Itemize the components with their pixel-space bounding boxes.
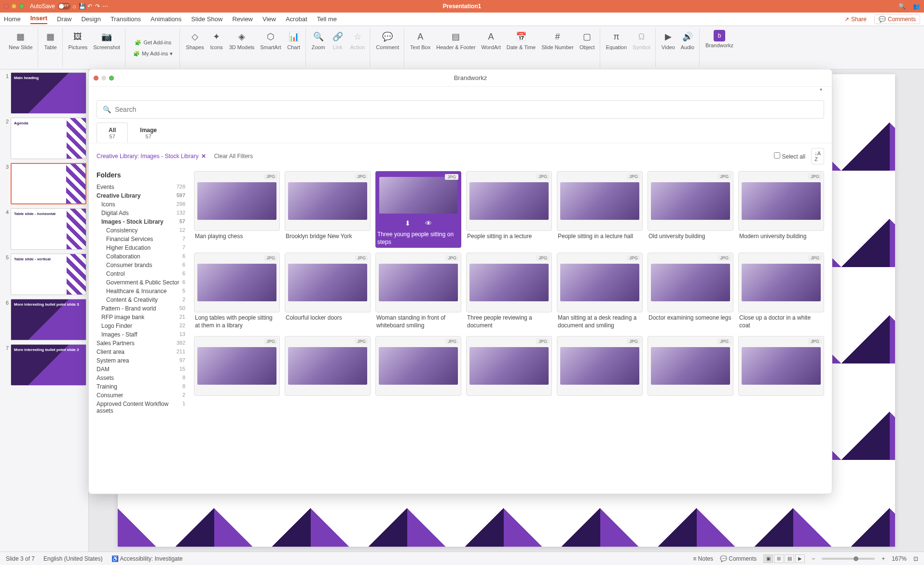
wordart-button[interactable]: AWordArt (482, 30, 501, 50)
tab-draw[interactable]: Draw (57, 15, 71, 23)
download-icon[interactable]: ⬇ (405, 219, 411, 227)
folder-item[interactable]: Logo Finder22 (97, 322, 185, 330)
folder-item[interactable]: Images - Stock Library57 (97, 217, 185, 226)
slide-thumbnail[interactable]: 1Main heading (2, 72, 86, 114)
zoom-button[interactable]: 🔍Zoom (312, 30, 325, 50)
datetime-button[interactable]: 📅Date & Time (507, 30, 536, 50)
folder-item[interactable]: Control6 (97, 269, 185, 278)
tab-tell-me[interactable]: Tell me (317, 15, 337, 23)
close-window-icon[interactable] (4, 4, 9, 9)
folder-item[interactable]: Healthcare & Insurance5 (97, 287, 185, 296)
header-footer-button[interactable]: ▤Header & Footer (436, 30, 475, 50)
image-card[interactable]: JPGBrooklyn bridge New York (285, 171, 371, 248)
chip-remove-icon[interactable]: ✕ (201, 153, 206, 160)
normal-view-button[interactable]: ▣ (763, 554, 773, 563)
slide-thumbnail[interactable]: 2Agenda (2, 118, 86, 159)
comments-button[interactable]: 💬 Comments (874, 14, 920, 24)
folder-item[interactable]: Consumer2 (97, 391, 185, 400)
share-menu-icon[interactable]: 👥 (912, 3, 920, 10)
new-slide-button[interactable]: ▦New Slide (9, 30, 33, 50)
preview-icon[interactable]: 👁 (425, 219, 432, 227)
3d-models-button[interactable]: ◈3D Models (229, 30, 255, 50)
slide-thumbnail[interactable]: 5Table slide - vertical (2, 254, 86, 295)
image-card[interactable]: JPGColourful locker doors (285, 253, 371, 331)
equation-button[interactable]: πEquation (606, 30, 627, 50)
image-card[interactable]: JPGModern university building (738, 171, 824, 248)
tab-design[interactable]: Design (81, 15, 100, 23)
search-icon[interactable]: 🔍 (898, 3, 906, 10)
slide-number-button[interactable]: #Slide Number (541, 30, 574, 50)
filter-tab-image[interactable]: Image57 (128, 122, 169, 143)
collapse-toggle[interactable]: ▾ (89, 87, 832, 96)
tab-acrobat[interactable]: Acrobat (286, 15, 307, 23)
table-button[interactable]: ▦Table (44, 30, 57, 50)
screenshot-button[interactable]: 📷Screenshot (93, 30, 120, 50)
filter-chip[interactable]: Creative Library: Images - Stock Library… (97, 153, 206, 160)
autosave-toggle[interactable]: AutoSave OFF (30, 3, 70, 10)
image-card[interactable]: JPG (648, 336, 733, 400)
image-card[interactable]: JPGWoman standing in front of whiteboard… (375, 253, 461, 331)
folder-item[interactable]: Consistency12 (97, 226, 185, 235)
folder-item[interactable]: Assets8 (97, 374, 185, 382)
home-icon[interactable]: ⌂ (70, 3, 78, 10)
reading-view-button[interactable]: ▤ (785, 554, 794, 563)
notes-toggle[interactable]: ≡ Notes (693, 555, 713, 562)
image-card[interactable]: JPGPeople sitting in a lecture hall (557, 171, 643, 248)
image-card[interactable]: JPGMan sitting at a desk reading a docum… (557, 253, 643, 331)
folder-item[interactable]: Collaboration6 (97, 252, 185, 261)
folder-item[interactable]: Events728 (97, 183, 185, 191)
filter-tab-all[interactable]: All57 (97, 122, 128, 143)
image-card[interactable]: JPGPeople sitting in a lecture (466, 171, 552, 248)
image-card[interactable]: JPG (375, 336, 461, 400)
image-card[interactable]: JPG (194, 336, 280, 400)
get-addins-button[interactable]: 🧩 Get Add-ins (133, 39, 173, 47)
undo-icon[interactable]: ↶ (86, 3, 94, 10)
zoom-out-button[interactable]: − (812, 555, 815, 562)
icons-button[interactable]: ✦Icons (210, 30, 223, 50)
folder-item[interactable]: Pattern - Brand world50 (97, 304, 185, 313)
search-box[interactable]: 🔍 (97, 100, 824, 119)
image-card[interactable]: JPGLong tables with people sitting at th… (194, 253, 280, 331)
folder-item[interactable]: Sales Partners382 (97, 339, 185, 348)
slide-thumbnail[interactable]: ★7More interesting bullet point slide 2 (2, 344, 86, 386)
textbox-button[interactable]: AText Box (410, 30, 430, 50)
folder-item[interactable]: Creative Library597 (97, 191, 185, 200)
clear-filters-button[interactable]: Clear All Filters (214, 153, 253, 160)
my-addins-button[interactable]: 🧩 My Add-ins ▾ (131, 50, 175, 58)
sorter-view-button[interactable]: ⊞ (774, 554, 784, 563)
comments-toggle[interactable]: 💬 Comments (720, 555, 757, 562)
image-card[interactable]: JPG (285, 336, 371, 400)
folder-item[interactable]: Consumer brands6 (97, 261, 185, 269)
image-card[interactable]: JPG⬇👁Three young people sitting on steps (375, 171, 461, 248)
folder-item[interactable]: Content & Creativity2 (97, 296, 185, 304)
folder-item[interactable]: Higher Education7 (97, 243, 185, 252)
search-input[interactable] (115, 106, 818, 113)
maximize-window-icon[interactable] (19, 4, 24, 9)
tab-home[interactable]: Home (4, 15, 21, 23)
zoom-slider[interactable] (822, 558, 875, 560)
slide-thumbnail[interactable]: 3 (2, 163, 86, 204)
addin-maximize-icon[interactable] (109, 76, 114, 81)
slideshow-view-button[interactable]: ▶ (795, 554, 805, 563)
redo-icon[interactable]: ↷ (94, 3, 101, 10)
image-card[interactable]: JPGThree people reviewing a document (466, 253, 552, 331)
smartart-button[interactable]: ⬡SmartArt (260, 30, 281, 50)
image-card[interactable]: JPG (466, 336, 552, 400)
fit-button[interactable]: ⊡ (913, 555, 918, 562)
tab-slide-show[interactable]: Slide Show (191, 15, 222, 23)
folder-item[interactable]: RFP image bank21 (97, 313, 185, 322)
folder-item[interactable]: Icons298 (97, 200, 185, 209)
zoom-in-button[interactable]: + (882, 555, 885, 562)
folder-item[interactable]: DAM15 (97, 365, 185, 374)
comment-button[interactable]: 💬Comment (376, 30, 399, 50)
folder-item[interactable]: System area97 (97, 356, 185, 365)
folder-item[interactable]: Client area211 (97, 348, 185, 356)
chart-button[interactable]: 📊Chart (287, 30, 301, 50)
slide-thumbnail[interactable]: ★6More interesting bullet point slide 3 (2, 299, 86, 340)
image-card[interactable]: JPGDoctor examining someone legs (648, 253, 733, 331)
tab-view[interactable]: View (262, 15, 276, 23)
slide-thumbnail[interactable]: 4Table slide - horizontal (2, 208, 86, 250)
folder-item[interactable]: Government & Public Sector6 (97, 278, 185, 287)
folder-item[interactable]: Financial Services7 (97, 235, 185, 243)
tab-insert[interactable]: Insert (30, 14, 47, 24)
